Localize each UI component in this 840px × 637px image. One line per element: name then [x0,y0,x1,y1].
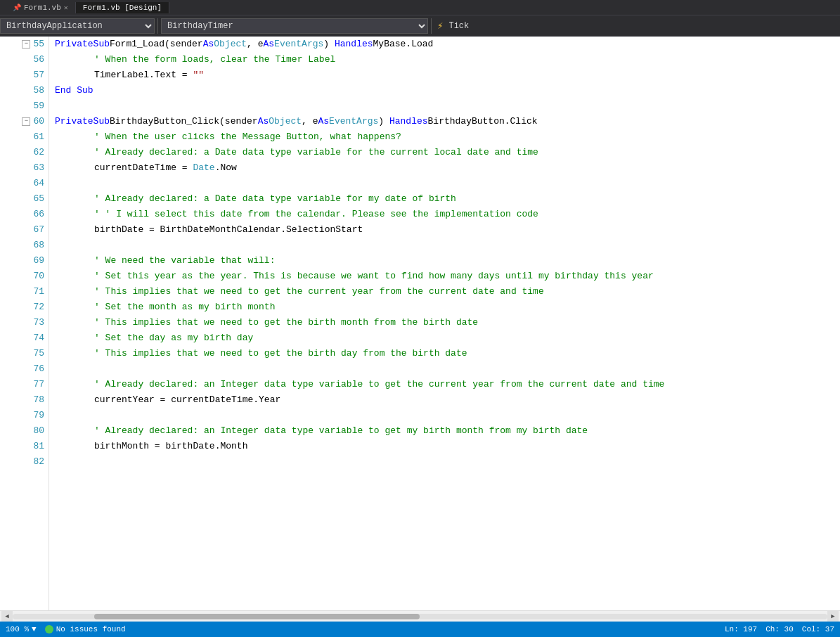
code-line [55,361,840,377]
code-line: birthDate = BirthDateMonthCalendar.Selec… [55,222,840,238]
line-number: 78 [33,394,44,407]
line-number-row: −55 [0,37,49,52]
title-bar: 📌 Form1.vb ✕ Form1.vb [Design] [0,0,840,15]
line-number: 68 [33,239,44,252]
code-line: End Sub [55,83,840,98]
event-dropdown[interactable]: BirthdayTimer [161,18,428,34]
code-line: ' This implies that we need to get the b… [55,315,840,330]
line-number-row: 57 [0,67,49,83]
line-number: 71 [33,285,44,299]
issues-ok-icon [45,625,53,633]
code-line: ' We need the variable that will: [55,253,840,269]
code-line: currentDateTime = Date.Now [55,160,840,176]
line-number: 60 [33,115,44,129]
line-number-row: 81 [0,439,49,454]
object-dropdown[interactable]: BirthdayApplication [0,18,155,34]
collapse-icon[interactable]: − [22,117,30,126]
code-editor: −5556575859−6061626364656667686970717273… [0,37,840,622]
line-number-row: 72 [0,300,49,315]
line-number: 73 [33,316,44,330]
tab-form1design-label: Form1.vb [Design] [83,4,162,12]
line-number-row: 58 [0,83,49,98]
code-line [55,98,840,114]
scroll-right-button[interactable]: ▶ [827,611,839,622]
code-line: ' Already declared: an Integer data type… [55,377,840,392]
line-number: 67 [33,224,44,237]
line-number: 79 [33,409,44,423]
tab-form1vb[interactable]: 📌 Form1.vb ✕ [6,2,76,13]
line-number-row: 67 [0,222,49,238]
zoom-label: 100 % [6,625,29,633]
line-number-row: 63 [0,160,49,176]
code-line: ' Already declared: a Date data type var… [55,145,840,160]
position-label: Ln: 197 [725,625,757,633]
line-number-row: 71 [0,284,49,300]
line-number-row: 79 [0,408,49,423]
lightning-icon: ⚡ [437,20,443,32]
code-line: ' Already declared: an Integer data type… [55,423,840,439]
zoom-control[interactable]: 100 % ▼ [6,625,37,633]
code-line [55,238,840,253]
code-line [55,176,840,191]
line-number: 72 [33,301,44,314]
scrollbar-thumb[interactable] [94,614,420,619]
line-number-row: 56 [0,52,49,67]
line-number: 82 [33,456,44,469]
line-number: 61 [33,131,44,144]
code-line: ' When the form loads, clear the Timer L… [55,52,840,67]
code-line: ' Set this year as the year. This is bec… [55,269,840,284]
code-lines[interactable]: Private Sub Form1_Load(sender As Object,… [49,37,840,610]
scroll-left-button[interactable]: ◀ [1,611,13,622]
line-number: 70 [33,270,44,283]
line-number: 57 [33,69,44,82]
line-number: 59 [33,100,44,113]
tab-form1design[interactable]: Form1.vb [Design] [76,2,169,13]
line-number: 77 [33,378,44,392]
code-line [55,454,840,470]
line-number-row: 77 [0,377,49,392]
code-line: ' This implies that we need to get the c… [55,284,840,300]
line-number-row: 68 [0,238,49,253]
line-number: 69 [33,255,44,268]
line-number: 75 [33,347,44,361]
code-area: −5556575859−6061626364656667686970717273… [0,37,840,610]
toolbar: BirthdayApplication BirthdayTimer ⚡ Tick [0,15,840,37]
line-number-row: 82 [0,454,49,470]
code-line: ' This implies that we need to get the b… [55,346,840,361]
code-line: Private Sub Form1_Load(sender As Object,… [55,37,840,52]
issues-label: No issues found [56,625,126,633]
tab-form1vb-close[interactable]: ✕ [64,4,68,12]
line-number: 66 [33,208,44,221]
line-number: 56 [33,53,44,67]
horizontal-scrollbar[interactable]: ◀ ▶ [0,610,840,622]
code-line: ' Already declared: a Date data type var… [55,191,840,207]
line-number: 80 [33,425,44,438]
col-right-label: Col: 37 [802,625,834,633]
status-bar: 100 % ▼ No issues found Ln: 197 Ch: 30 C… [0,622,840,637]
line-number-row: 61 [0,129,49,145]
code-line: ' ' I will select this date from the cal… [55,207,840,222]
toolbar-divider [157,18,158,34]
line-number-row: 76 [0,361,49,377]
line-number-row: 69 [0,253,49,269]
code-line: Private Sub BirthdayButton_Click(sender … [55,114,840,129]
line-number: 63 [33,162,44,175]
line-number: 81 [33,440,44,453]
line-number: 76 [33,363,44,376]
line-number-row: 70 [0,269,49,284]
issues-area: No issues found [45,625,716,633]
collapse-icon[interactable]: − [22,40,30,49]
code-line: currentYear = currentDateTime.Year [55,392,840,408]
line-number-row: 62 [0,145,49,160]
zoom-dropdown-icon[interactable]: ▼ [32,625,37,633]
line-number-row: 73 [0,315,49,330]
line-number-row: 80 [0,423,49,439]
line-number: 74 [33,332,44,345]
line-number-row: 59 [0,98,49,114]
code-line: birthMonth = birthDate.Month [55,439,840,454]
scrollbar-track [13,614,827,619]
tab-pin-icon: 📌 [13,4,21,12]
line-number-row: −60 [0,114,49,129]
line-number-row: 64 [0,176,49,191]
status-right: Ln: 197 Ch: 30 Col: 37 [725,625,834,633]
